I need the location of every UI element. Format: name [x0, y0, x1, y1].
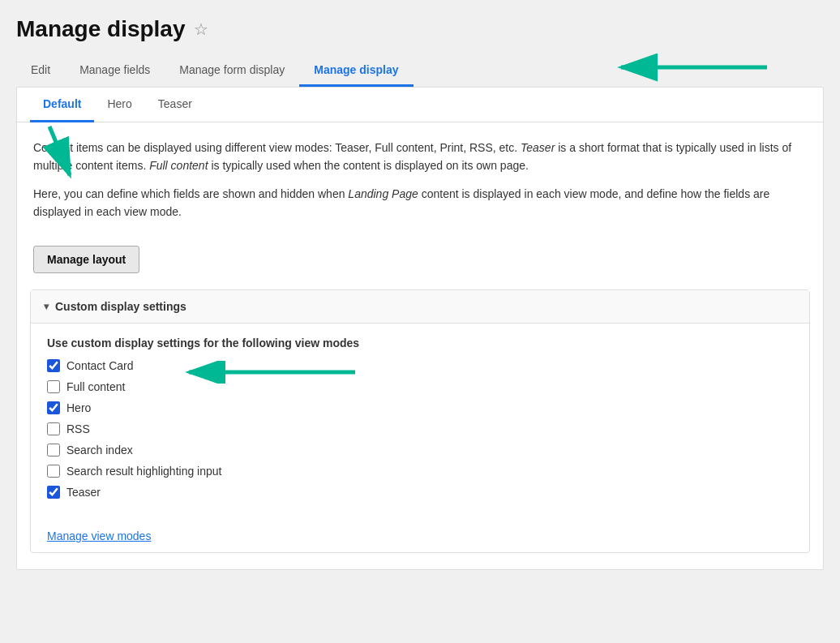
- checkbox-teaser: Teaser: [47, 486, 793, 499]
- tab-manage-form-display[interactable]: Manage form display: [165, 55, 299, 87]
- full-content-checkbox[interactable]: [47, 380, 60, 393]
- tab-manage-fields[interactable]: Manage fields: [65, 55, 165, 87]
- checkbox-contact-card: Contact Card: [47, 359, 793, 372]
- page-header: Manage display ☆: [16, 16, 824, 42]
- content-area: Default Hero Teaser Content items can be…: [16, 87, 824, 570]
- secondary-tabs: Default Hero Teaser: [17, 88, 823, 122]
- tab-manage-display[interactable]: Manage display: [299, 55, 413, 87]
- search-index-label: Search index: [66, 444, 133, 457]
- tab-hero[interactable]: Hero: [94, 88, 144, 122]
- custom-settings-body: Use custom display settings for the foll…: [31, 324, 809, 520]
- search-index-checkbox[interactable]: [47, 444, 60, 457]
- primary-tabs-container: Edit Manage fields Manage form display M…: [16, 55, 824, 87]
- custom-display-settings: ▾ Custom display settings Use custom dis…: [30, 289, 810, 553]
- teaser-checkbox[interactable]: [47, 486, 60, 499]
- rss-label: RSS: [66, 422, 90, 435]
- description-paragraph2: Here, you can define which fields are sh…: [33, 185, 807, 221]
- contact-card-label: Contact Card: [66, 359, 133, 372]
- contact-card-wrapper: Contact Card: [47, 359, 793, 372]
- checkbox-hero: Hero: [47, 401, 793, 414]
- page-wrapper: Manage display ☆ Edit Manage fields Mana…: [0, 0, 840, 643]
- settings-label: Use custom display settings for the foll…: [47, 337, 793, 349]
- full-content-label: Full content: [66, 380, 125, 393]
- manage-view-modes-link[interactable]: Manage view modes: [31, 520, 809, 552]
- page-title: Manage display: [16, 16, 186, 42]
- hero-label: Hero: [66, 401, 91, 414]
- description-section: Content items can be displayed using dif…: [17, 122, 823, 239]
- checkbox-full-content: Full content: [47, 380, 793, 393]
- description-paragraph1: Content items can be displayed using dif…: [33, 139, 807, 175]
- tab-edit[interactable]: Edit: [16, 55, 65, 87]
- star-icon[interactable]: ☆: [194, 19, 208, 39]
- tab-teaser[interactable]: Teaser: [145, 88, 205, 122]
- custom-settings-title: Custom display settings: [55, 300, 186, 313]
- tab-default[interactable]: Default: [30, 88, 94, 122]
- primary-tabs: Edit Manage fields Manage form display M…: [16, 55, 824, 87]
- search-result-highlighting-checkbox[interactable]: [47, 465, 60, 478]
- hero-checkbox[interactable]: [47, 401, 60, 414]
- chevron-down-icon: ▾: [44, 301, 49, 312]
- secondary-tabs-wrapper: Default Hero Teaser: [17, 88, 823, 122]
- contact-card-checkbox[interactable]: [47, 359, 60, 372]
- teaser-label: Teaser: [66, 486, 101, 499]
- search-result-highlighting-label: Search result highlighting input: [66, 465, 221, 478]
- custom-settings-header[interactable]: ▾ Custom display settings: [31, 290, 809, 324]
- rss-checkbox[interactable]: [47, 422, 60, 435]
- checkbox-rss: RSS: [47, 422, 793, 435]
- checkbox-search-result-highlighting: Search result highlighting input: [47, 465, 793, 478]
- manage-layout-button[interactable]: Manage layout: [33, 246, 139, 273]
- checkbox-search-index: Search index: [47, 444, 793, 457]
